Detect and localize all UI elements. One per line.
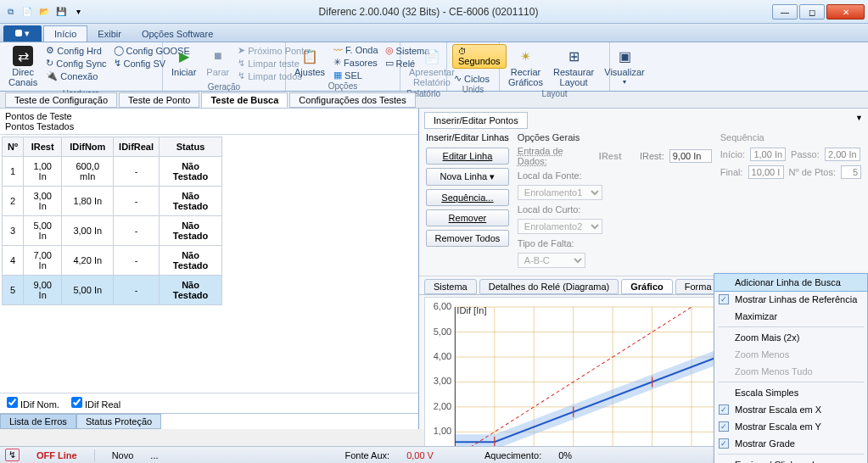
table-cell: 2 <box>3 187 24 216</box>
fonda-button[interactable]: 〰F. Onda <box>332 44 380 56</box>
sequencia-button[interactable]: Sequência... <box>426 189 509 206</box>
offline-label: OFF Line <box>36 450 77 460</box>
remover-todos-button[interactable]: Remover Todos <box>426 230 509 247</box>
title-bar: ⧉ 📄 📂 💾 ▾ Diferenc 2.00.040 (32 Bits) - … <box>0 0 868 24</box>
table-cell: Não Testado <box>160 216 222 246</box>
tab-exibir[interactable]: Exibir <box>87 26 132 42</box>
maximize-button[interactable]: ◻ <box>799 4 825 20</box>
ctab-sistema[interactable]: Sistema <box>424 279 477 294</box>
visualizar-button[interactable]: ▣Visualizar▾ <box>601 44 648 87</box>
tipo-falta-label: Tipo de Falta: <box>518 238 594 248</box>
ctx-zoom-menos: Zoom Menos <box>714 346 867 363</box>
ctx-grade[interactable]: ✓Mostrar Grade <box>714 435 867 452</box>
local-fonte-select[interactable]: Enrolamento1 <box>518 185 602 200</box>
ctab-grafico[interactable]: Gráfico <box>621 279 673 294</box>
novo-label: Novo <box>112 450 134 460</box>
tab-inicio[interactable]: Início <box>43 25 87 42</box>
table-cell: 5 <box>3 276 24 305</box>
connection-icon[interactable]: ↯ <box>5 449 20 461</box>
conexao-button[interactable]: 🔌Conexão <box>44 70 108 82</box>
fasores-button[interactable]: ✳Fasores <box>332 56 380 69</box>
ctx-add-linha-busca[interactable]: Adicionar Linha de Busca <box>714 273 868 292</box>
close-button[interactable]: ✕ <box>826 4 865 20</box>
passo-input[interactable] <box>825 148 860 161</box>
ctab-detalhes[interactable]: Detalhes do Relé (Diagrama) <box>479 279 619 294</box>
group-label-layout: Layout <box>505 89 604 99</box>
table-cell: 3,00 In <box>62 216 114 246</box>
nova-linha-button[interactable]: Nova Linha ▾ <box>426 168 509 186</box>
parar-button[interactable]: ■Parar <box>203 44 232 79</box>
col-idifreal[interactable]: IDifReal <box>114 137 160 157</box>
table-row[interactable]: 11,00 In600,0 mIn-Não Testado <box>3 157 222 187</box>
ctx-zoom-mais[interactable]: Zoom Mais (2x) <box>714 329 867 346</box>
table-cell: 4 <box>3 246 24 276</box>
tab-teste-busca[interactable]: Teste de Busca <box>201 92 288 108</box>
tab-status-protecao[interactable]: Status Proteção <box>76 414 161 429</box>
nptos-input[interactable] <box>841 165 861 179</box>
tab-teste-configuracao[interactable]: Teste de Configuração <box>5 92 117 108</box>
table-row[interactable]: 59,00 In5,00 In-Não Testado <box>3 276 222 305</box>
table-row[interactable]: 47,00 In4,20 In-Não Testado <box>3 246 222 276</box>
config-hrd-button[interactable]: ⚙Config Hrd <box>44 44 108 57</box>
final-input[interactable] <box>748 165 784 179</box>
tab-teste-ponto[interactable]: Teste de Ponto <box>119 92 199 108</box>
restaurar-layout-button[interactable]: ⊞Restaurar Layout <box>550 44 597 89</box>
gear-icon: ⚙ <box>46 45 54 56</box>
quick-access-toolbar: ⧉ 📄 📂 💾 ▾ <box>3 5 85 19</box>
file-button[interactable]: ▾ <box>3 25 42 42</box>
panel-dropdown-icon[interactable]: ▼ <box>855 114 863 122</box>
tab-lista-erros[interactable]: Lista de Erros <box>0 414 76 429</box>
ribbon: ⇄Direc Canais ⚙Config Hrd ↻Config Sync 🔌… <box>0 42 868 92</box>
local-curto-select[interactable]: Enrolamento2 <box>518 219 602 234</box>
col-irest[interactable]: IRest <box>23 137 61 157</box>
iniciar-button[interactable]: ▶Iniciar <box>168 44 199 79</box>
table-row[interactable]: 23,00 In1,80 In-Não Testado <box>3 187 222 216</box>
tab-config-testes[interactable]: Configurações dos Testes <box>289 92 415 108</box>
inicio-input[interactable] <box>750 148 786 161</box>
new-icon[interactable]: 📄 <box>20 5 34 19</box>
ribbon-tabs: ▾ Início Exibir Opções Software <box>0 24 868 42</box>
ciclos-button[interactable]: ∿Ciclos <box>452 72 507 85</box>
config-sync-button[interactable]: ↻Config Sync <box>44 57 108 70</box>
sel-button[interactable]: ▦SEL <box>332 69 380 81</box>
svg-text:6,00: 6,00 <box>434 301 452 311</box>
system-icon: ◎ <box>385 45 394 56</box>
dropdown-icon[interactable]: ▾ <box>71 5 85 19</box>
col-status[interactable]: Status <box>160 137 222 157</box>
svg-text:3,00: 3,00 <box>434 376 452 386</box>
apresentar-relatorio-button[interactable]: 📄Apresentar Relatório <box>406 44 458 89</box>
app-icon: ⧉ <box>3 5 17 19</box>
direc-canais-button[interactable]: ⇄Direc Canais <box>5 44 41 89</box>
idifreal-checkbox[interactable]: IDif Real <box>71 397 120 410</box>
ctx-mostrar-refs[interactable]: ✓Mostrar Linhas de Referência <box>714 291 867 308</box>
pontos-table[interactable]: Nº IRest IDifNom IDifReal Status 11,00 I… <box>2 137 222 305</box>
sync-icon: ↻ <box>46 58 53 69</box>
editar-linha-button[interactable]: Editar Linha <box>426 148 509 165</box>
tab-opcoes-software[interactable]: Opções Software <box>132 26 223 42</box>
idifnom-checkbox[interactable]: IDif Nom. <box>7 397 59 410</box>
table-cell: 1 <box>3 157 24 187</box>
tipo-falta-select[interactable]: A-B-C <box>518 253 585 268</box>
ctx-escala-simples[interactable]: Escala Simples <box>714 384 867 401</box>
irest-input[interactable] <box>669 149 712 163</box>
table-row[interactable]: 35,00 In3,00 In-Não Testado <box>3 216 222 246</box>
dots-label: ... <box>150 450 158 460</box>
remover-button[interactable]: Remover <box>426 209 509 226</box>
recriar-graficos-button[interactable]: ✴Recriar Gráficos <box>505 44 546 89</box>
report-icon: 📄 <box>422 46 442 66</box>
col-idifnom[interactable]: IDifNom <box>62 137 114 157</box>
ctx-escala-y[interactable]: ✓Mostrar Escala em Y <box>714 418 867 435</box>
table-cell: 600,0 mIn <box>62 157 114 187</box>
inserir-editar-pontos-tab[interactable]: Inserir/Editar Pontos <box>424 112 528 129</box>
ctx-maximizar[interactable]: Maximizar <box>714 308 867 325</box>
ctx-escala-x[interactable]: ✓Mostrar Escala em X <box>714 401 867 418</box>
save-icon[interactable]: 💾 <box>54 5 68 19</box>
open-icon[interactable]: 📂 <box>37 5 51 19</box>
table-cell: 4,20 In <box>62 246 114 276</box>
col-n[interactable]: Nº <box>3 137 24 157</box>
table-cell: 3,00 In <box>23 187 61 216</box>
segundos-button[interactable]: ⏱ Segundos <box>452 44 507 69</box>
minimize-button[interactable]: — <box>772 4 798 20</box>
ctx-clipboard[interactable]: Enviar p/ Clipboard <box>714 456 867 463</box>
goose-icon: ◯ <box>114 45 124 56</box>
